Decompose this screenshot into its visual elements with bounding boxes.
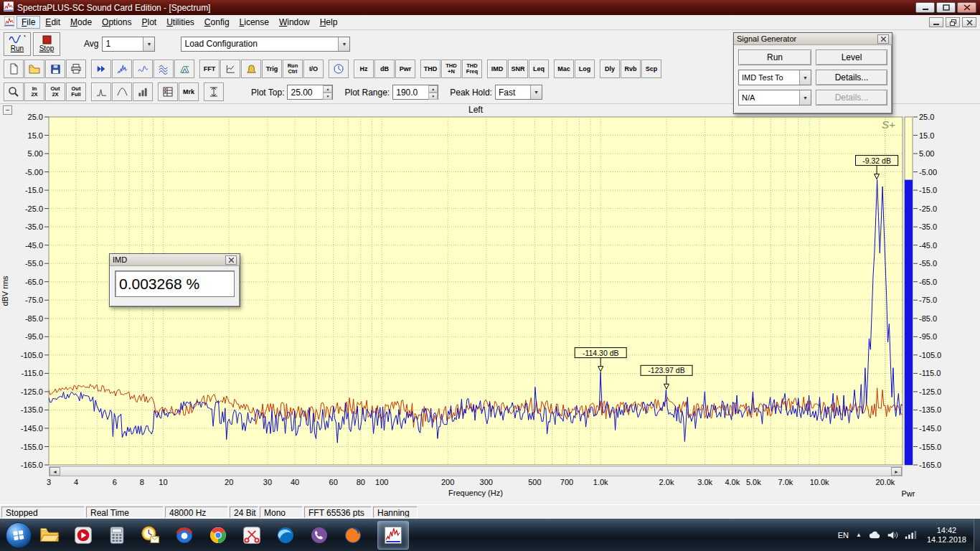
close-icon[interactable]	[877, 34, 889, 44]
calibration-button[interactable]	[241, 60, 261, 78]
scaling-button[interactable]	[220, 60, 240, 78]
scrollbar-track[interactable]	[60, 467, 891, 476]
menu-utilities[interactable]: Utilities	[161, 16, 199, 29]
taskbar-outlook[interactable]	[135, 521, 166, 550]
chevron-down-icon[interactable]: ▼	[799, 70, 811, 85]
taskbar-browser[interactable]	[169, 521, 200, 550]
imd-button[interactable]: IMD	[487, 60, 507, 78]
open-file-button[interactable]	[24, 60, 44, 78]
mdi-minimize-button[interactable]	[929, 17, 943, 27]
time-series-display-button[interactable]	[133, 60, 153, 78]
spin-down-icon[interactable]: ▼	[323, 93, 332, 100]
menu-help[interactable]: Help	[315, 16, 343, 29]
zoom-out-full-button[interactable]: OutFull	[66, 83, 86, 101]
peak-hold-select[interactable]: Fast ▼	[495, 85, 542, 100]
language-indicator[interactable]: EN	[838, 531, 849, 540]
stop-button[interactable]: Stop	[33, 32, 60, 56]
maximize-button[interactable]	[936, 2, 956, 13]
minimize-button[interactable]	[915, 2, 935, 13]
marker-table-button[interactable]	[158, 83, 178, 101]
thd-freq-button[interactable]: THDFreq	[462, 60, 482, 78]
surface-display-button[interactable]	[174, 60, 194, 78]
peak-plot-button[interactable]	[91, 83, 111, 101]
chevron-down-icon[interactable]: ▼	[530, 85, 542, 99]
bar-plot-button[interactable]	[133, 83, 153, 101]
new-file-button[interactable]	[4, 60, 24, 78]
taskbar-calculator[interactable]	[101, 521, 133, 550]
taskbar-spectraplus[interactable]	[377, 521, 409, 550]
menu-window[interactable]: Window	[274, 16, 315, 29]
process-button[interactable]	[91, 60, 111, 78]
plot-range-input[interactable]: 190.0 ▲▼	[392, 85, 438, 100]
taskbar-firefox[interactable]	[337, 521, 369, 550]
scroll-left-icon[interactable]: ◄	[50, 467, 60, 476]
show-desktop-button[interactable]	[974, 519, 980, 551]
chevron-down-icon[interactable]: ▼	[338, 37, 349, 51]
volume-icon[interactable]	[887, 530, 899, 540]
hidden-icons-icon[interactable]: ▲	[856, 532, 862, 538]
leq-button[interactable]: Leq	[529, 60, 549, 78]
menu-license[interactable]: License	[235, 16, 274, 29]
chevron-down-icon[interactable]: ▼	[143, 37, 154, 51]
taskbar-snipping-tool[interactable]	[236, 521, 268, 550]
generator-details-button[interactable]: Details...	[816, 70, 887, 85]
taskbar-explorer[interactable]	[34, 521, 65, 550]
clock[interactable]: 14:42 14.12.2018	[927, 526, 966, 545]
io-device-button[interactable]: I/O	[303, 60, 324, 78]
taskbar-media-player[interactable]	[67, 521, 99, 550]
scroll-right-icon[interactable]: ►	[891, 467, 902, 476]
log-button[interactable]: Log	[575, 60, 595, 78]
zoom-button[interactable]	[4, 83, 24, 101]
spin-up-icon[interactable]: ▲	[428, 85, 438, 93]
thd-button[interactable]: THD	[420, 60, 440, 78]
menu-file[interactable]: File	[17, 16, 40, 29]
run-button[interactable]: Run	[4, 32, 31, 56]
taskbar-viber[interactable]	[303, 521, 335, 550]
close-button[interactable]	[957, 2, 976, 13]
avg-select[interactable]: 1 ▼	[102, 37, 155, 52]
snr-button[interactable]: SNR	[508, 60, 528, 78]
plot-top-input[interactable]: 25.00 ▲▼	[287, 85, 333, 100]
fft-settings-button[interactable]: FFT	[199, 60, 220, 78]
menu-options[interactable]: Options	[97, 16, 136, 29]
plot-collapse-button[interactable]: –	[3, 105, 12, 115]
power-units-button[interactable]: Pwr	[395, 60, 415, 78]
print-button[interactable]	[66, 60, 86, 78]
zoom-out-2x-button[interactable]: Out2X	[45, 83, 65, 101]
chevron-down-icon[interactable]: ▼	[799, 90, 811, 105]
reverb-button[interactable]: Rvb	[621, 60, 641, 78]
network-icon[interactable]	[905, 530, 917, 540]
marker-button[interactable]: Mrk	[179, 83, 199, 101]
spin-down-icon[interactable]: ▼	[428, 93, 438, 100]
curve-plot-button[interactable]	[112, 83, 132, 101]
generator-run-button[interactable]: Run	[738, 50, 811, 65]
delay-button[interactable]: Dly	[600, 60, 620, 78]
run-control-button[interactable]: RunCtrl	[283, 60, 303, 78]
waterfall-display-button[interactable]	[154, 60, 174, 78]
spectrum-display-button[interactable]	[112, 60, 132, 78]
vertical-range-button[interactable]	[204, 83, 224, 101]
thd-n-button[interactable]: THD+N	[441, 60, 461, 78]
cloud-icon[interactable]	[869, 530, 881, 540]
load-configuration-select[interactable]: Load Configuration ▼	[181, 37, 350, 52]
macro-button[interactable]: Mac	[554, 60, 574, 78]
timer-button[interactable]	[329, 60, 349, 78]
db-units-button[interactable]: dB	[374, 60, 395, 78]
generator-level-button[interactable]: Level	[816, 50, 887, 65]
menu-edit[interactable]: Edit	[40, 16, 65, 29]
start-button[interactable]	[6, 522, 32, 548]
close-icon[interactable]	[225, 255, 237, 265]
mdi-restore-button[interactable]	[946, 17, 960, 27]
generator-source-select[interactable]: N/A ▼	[738, 90, 811, 105]
scope-button[interactable]: Scp	[641, 60, 661, 78]
generator-test-type-select[interactable]: IMD Test To ▼	[738, 70, 811, 85]
mdi-close-button[interactable]	[962, 17, 976, 27]
document-icon[interactable]	[4, 17, 14, 29]
menu-config[interactable]: Config	[199, 16, 235, 29]
save-button[interactable]	[45, 60, 65, 78]
signal-generator-titlebar[interactable]: Signal Generator	[734, 33, 892, 45]
zoom-in-2x-button[interactable]: In2X	[24, 83, 44, 101]
menu-mode[interactable]: Mode	[65, 16, 97, 29]
menu-plot[interactable]: Plot	[136, 16, 161, 29]
spin-up-icon[interactable]: ▲	[323, 85, 332, 93]
